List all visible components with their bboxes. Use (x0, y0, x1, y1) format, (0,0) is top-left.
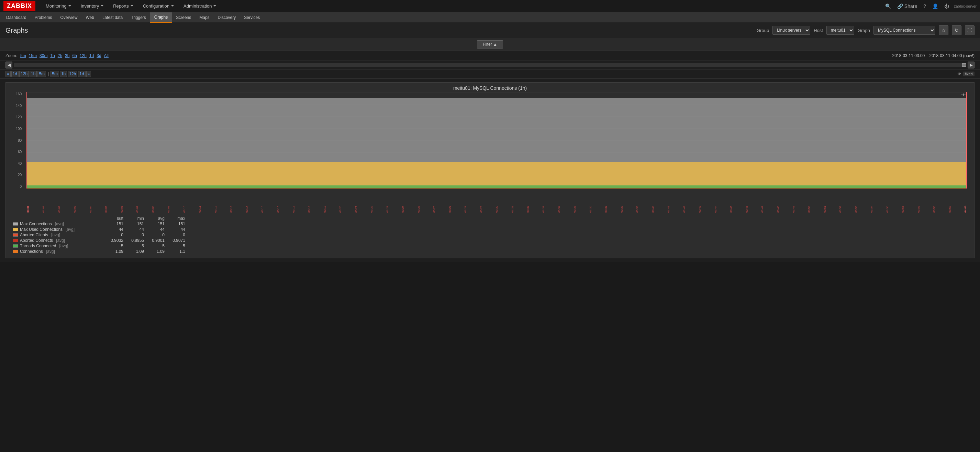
graph-container: meitu01: MySQL Connections (1h) 160 140 … (5, 82, 975, 258)
graph-title: meitu01: MySQL Connections (1h) (6, 83, 974, 92)
x-label-18: 03:18 (307, 188, 311, 212)
zoom-15m[interactable]: 15m (28, 53, 38, 59)
legend-color-aborted-connects (13, 239, 18, 242)
zoom-all[interactable]: All (103, 53, 110, 59)
nav-fwd-12h-button[interactable]: 12h (68, 71, 77, 77)
x-label-5: 03:05 (105, 188, 108, 212)
scrollbar-thumb[interactable] (962, 63, 966, 67)
svg-rect-11 (27, 162, 967, 188)
sub-nav-dashboard[interactable]: Dashboard (2, 13, 30, 23)
nav-back-far-button[interactable]: « (5, 71, 11, 77)
nav-fwd-1h-button[interactable]: 1h (60, 71, 67, 77)
x-label-30: 03:30 (495, 188, 498, 212)
sub-nav-problems[interactable]: Problems (30, 13, 56, 23)
zoom-5m[interactable]: 5m (19, 53, 27, 59)
administration-dropdown-icon (213, 5, 216, 8)
x-label-12: 03:12 (214, 188, 217, 212)
sub-nav-screens[interactable]: Screens (172, 13, 195, 23)
zoom-6h[interactable]: 6h (71, 53, 78, 59)
user-icon[interactable]: 👤 (931, 2, 939, 10)
x-label-55: 03:55 (886, 188, 889, 212)
legend-avg-connections: 1.09 (147, 249, 167, 254)
sub-nav-maps[interactable]: Maps (195, 13, 213, 23)
legend-min-threads-connected: 5 (126, 244, 147, 248)
x-label-60: 04:00 (964, 188, 967, 212)
x-label-42: 03:42 (683, 188, 686, 212)
nav-monitoring[interactable]: Monitoring (41, 0, 76, 13)
sub-nav-web[interactable]: Web (81, 13, 98, 23)
legend-color-threads-connected (13, 244, 18, 248)
nav-inventory[interactable]: Inventory (76, 0, 108, 13)
favorite-button[interactable]: ☆ (939, 26, 948, 35)
legend-min-aborted-connects: 0.8955 (126, 238, 147, 243)
y-label-40: 40 (18, 162, 22, 166)
legend-avg-aborted-connects: 0.9001 (147, 238, 167, 243)
sub-nav-latest-data[interactable]: Latest data (98, 13, 127, 23)
nav-back-1h-button[interactable]: 1h (30, 71, 37, 77)
x-label-24: 03:24 (401, 188, 404, 212)
svg-text:+: + (961, 92, 966, 97)
legend-max-threads-connected: 5 (167, 244, 188, 248)
zoom-3d[interactable]: 3d (95, 53, 102, 59)
zoom-1h[interactable]: 1h (49, 53, 56, 59)
zoom-3h[interactable]: 3h (64, 53, 70, 59)
fullscreen-button[interactable]: ⛶ (965, 26, 975, 35)
configuration-dropdown-icon (171, 5, 174, 8)
scroll-right-button[interactable]: ▶ (967, 62, 975, 69)
legend-avg-aborted-clients: 0 (147, 233, 167, 237)
sub-nav-triggers[interactable]: Triggers (127, 13, 150, 23)
share-icon[interactable]: 🔗 Share (896, 2, 918, 10)
x-label-6: 03:06 (120, 188, 123, 212)
nav-back-12h-button[interactable]: 12h (19, 71, 29, 77)
y-label-100: 100 (16, 127, 22, 131)
nav-fwd-1d-button[interactable]: 1d (78, 71, 85, 77)
reports-dropdown-icon (130, 5, 133, 8)
app-logo: ZABBIX (3, 1, 35, 11)
x-label-14: 03:14 (245, 188, 248, 212)
nav-fwd-5m-button[interactable]: 5m (51, 71, 59, 77)
zoom-30m[interactable]: 30m (38, 53, 48, 59)
fixed-badge-label: fixed (963, 72, 975, 77)
sub-nav-discovery[interactable]: Discovery (214, 13, 240, 23)
filter-toggle-button[interactable]: Filter ▲ (477, 40, 503, 48)
nav-administration[interactable]: Administration (179, 0, 221, 13)
graph-section: meitu01: MySQL Connections (1h) 160 140 … (0, 79, 980, 262)
date-range-display: 2018-03-11 03:00 – 2018-03-11 04:00 (now… (892, 53, 975, 58)
x-axis: 03:0003:0103:0203:0303:0403:0503:0603:07… (27, 188, 967, 212)
legend-color-max-connections (13, 222, 18, 226)
scrollbar-track[interactable] (14, 63, 966, 67)
search-icon[interactable]: 🔍 (884, 2, 892, 10)
scroll-left-button[interactable]: ◀ (5, 62, 13, 69)
zoom-2h[interactable]: 2h (57, 53, 63, 59)
nav-reports[interactable]: Reports (108, 0, 138, 13)
sub-navigation: Dashboard Problems Overview Web Latest d… (0, 13, 980, 23)
nav-back-1d-button[interactable]: 1d (11, 71, 19, 77)
nav-back-5m-button[interactable]: 5m (37, 71, 46, 77)
scroll-arrow-bar: ◀ ▶ (0, 61, 980, 69)
zoom-controls-bar: Zoom: 5m 15m 30m 1h 2h 3h 6h 12h 1d 3d A… (0, 51, 980, 61)
nav-configuration[interactable]: Configuration (138, 0, 179, 13)
legend-row-max-used-connections: Max Used Connections [avg] (13, 227, 105, 232)
sub-nav-services[interactable]: Services (240, 13, 264, 23)
help-icon[interactable]: ? (922, 2, 928, 10)
chart-wrapper: 160 140 120 100 80 60 40 20 0 (6, 92, 974, 212)
power-icon[interactable]: ⏻ (943, 2, 950, 10)
nav-fwd-far-button[interactable]: » (86, 71, 91, 77)
zoom-12h[interactable]: 12h (79, 53, 88, 59)
x-label-59: 03:59 (948, 188, 951, 212)
svg-chart-container: + (27, 92, 967, 188)
x-label-31: 03:31 (511, 188, 514, 212)
group-select[interactable]: Linux servers (772, 26, 810, 35)
legend-row-max-connections: Max Connections [avg] (13, 222, 105, 226)
sub-nav-graphs[interactable]: Graphs (150, 13, 172, 23)
legend-max-aborted-connects: 0.9071 (167, 238, 188, 243)
host-select[interactable]: meitu01 (826, 26, 854, 35)
legend-max-connections: 1.1 (167, 249, 188, 254)
refresh-button[interactable]: ↻ (952, 26, 961, 35)
zoom-1d[interactable]: 1d (88, 53, 95, 59)
legend-col-min: min (126, 216, 147, 221)
y-label-160: 160 (16, 92, 22, 96)
x-label-58: 03:58 (932, 188, 935, 212)
graph-select[interactable]: MySQL Connections (873, 26, 935, 35)
sub-nav-overview[interactable]: Overview (56, 13, 81, 23)
